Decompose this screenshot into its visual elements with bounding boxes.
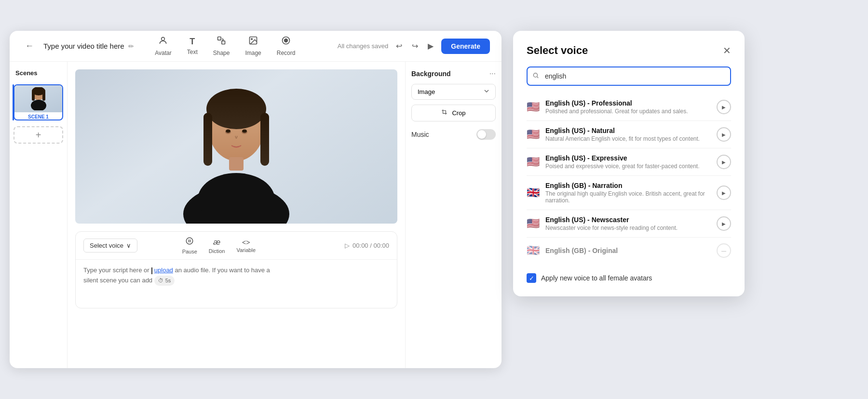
bg-chevron bbox=[484, 88, 489, 95]
flag-us-professional: 🇺🇸 bbox=[527, 101, 540, 113]
flag-us-natural: 🇺🇸 bbox=[527, 128, 540, 141]
record-label: Record bbox=[277, 50, 296, 56]
voice-list: 🇺🇸 English (US) - Professional Polished … bbox=[527, 93, 731, 264]
music-row: Music bbox=[411, 129, 496, 140]
toggle-knob bbox=[477, 130, 486, 139]
apply-label: Apply new voice to all female avatars bbox=[541, 274, 652, 282]
more-button[interactable]: ··· bbox=[489, 69, 496, 78]
svg-rect-9 bbox=[32, 91, 35, 101]
variable-tool[interactable]: <> Variable bbox=[236, 239, 256, 253]
play-icon: ▷ bbox=[345, 242, 350, 249]
voice-desc: Newscaster voice for news-style reading … bbox=[545, 225, 711, 231]
voice-desc: Natural American English voice, fit for … bbox=[545, 135, 711, 142]
canvas-frame bbox=[75, 69, 397, 224]
voice-info: English (GB) - Narration The original hi… bbox=[545, 182, 711, 204]
bg-type-select[interactable]: Image bbox=[411, 84, 496, 100]
add-scene-button[interactable]: + bbox=[14, 126, 63, 144]
voice-info: English (US) - Newscaster Newscaster voi… bbox=[545, 216, 711, 231]
video-title: Type your video title here bbox=[43, 42, 124, 50]
close-voice-panel-button[interactable]: ✕ bbox=[723, 45, 731, 56]
toolbar-center: Avatar T Text Shape bbox=[155, 36, 295, 56]
svg-point-0 bbox=[162, 37, 165, 40]
voice-name: English (US) - Newscaster bbox=[545, 216, 711, 224]
voice-item[interactable]: 🇬🇧 English (GB) - Narration The original… bbox=[527, 176, 731, 210]
diction-icon: æ bbox=[213, 238, 220, 247]
voice-item[interactable]: 🇺🇸 English (US) - Natural Natural Americ… bbox=[527, 121, 731, 148]
record-icon bbox=[281, 36, 291, 48]
canvas-area: Select voice ∨ Pause bbox=[68, 62, 405, 368]
scenes-panel: Scenes bbox=[10, 62, 68, 368]
script-text-silent: silent scene you can add bbox=[83, 277, 152, 284]
editor-panel: ← Type your video title here ✏ Avatar T … bbox=[10, 31, 502, 368]
svg-point-5 bbox=[285, 39, 288, 42]
voice-item[interactable]: 🇺🇸 English (US) - Professional Polished … bbox=[527, 93, 731, 121]
svg-rect-16 bbox=[229, 157, 244, 171]
apply-row: ✓ Apply new voice to all female avatars bbox=[527, 271, 731, 283]
play-voice-button[interactable]: ▶ bbox=[717, 186, 731, 200]
flag-us-newscaster: 🇺🇸 bbox=[527, 217, 540, 230]
preview-button[interactable]: ▶ bbox=[426, 40, 435, 53]
script-text-post: an audio file. If you want to have a bbox=[175, 266, 270, 274]
music-label: Music bbox=[411, 131, 429, 138]
crop-button[interactable]: Crop bbox=[411, 105, 496, 121]
select-voice-button[interactable]: Select voice ∨ bbox=[83, 239, 137, 253]
shape-label: Shape bbox=[213, 50, 230, 56]
voice-info: English (US) - Expressive Poised and exp… bbox=[545, 154, 711, 170]
svg-point-11 bbox=[31, 100, 46, 110]
voice-item-partial[interactable]: 🇬🇧 English (GB) - Original — bbox=[527, 238, 731, 264]
script-panel: Select voice ∨ Pause bbox=[75, 231, 397, 308]
play-voice-button[interactable]: ▶ bbox=[717, 100, 731, 114]
play-voice-button[interactable]: ▶ bbox=[717, 216, 731, 231]
flag-us-expressive: 🇺🇸 bbox=[527, 156, 540, 168]
select-voice-label: Select voice bbox=[90, 242, 123, 249]
voice-search-input[interactable] bbox=[527, 66, 731, 86]
image-icon bbox=[248, 36, 258, 48]
text-label: Text bbox=[187, 49, 198, 55]
play-voice-button[interactable]: ▶ bbox=[717, 127, 731, 142]
upload-link[interactable]: upload bbox=[154, 266, 173, 274]
music-toggle[interactable] bbox=[476, 129, 496, 140]
crop-icon bbox=[441, 109, 448, 117]
toolbar-image[interactable]: Image bbox=[245, 36, 261, 56]
edit-title-icon[interactable]: ✏ bbox=[128, 42, 134, 50]
back-button[interactable]: ← bbox=[21, 39, 38, 53]
voice-item[interactable]: 🇺🇸 English (US) - Newscaster Newscaster … bbox=[527, 210, 731, 238]
undo-button[interactable]: ↩ bbox=[394, 40, 404, 53]
voice-panel-title: Select voice bbox=[527, 44, 588, 57]
check-icon: ✓ bbox=[529, 275, 534, 282]
voice-item[interactable]: 🇺🇸 English (US) - Expressive Poised and … bbox=[527, 148, 731, 176]
play-voice-button[interactable]: ▶ bbox=[717, 155, 731, 169]
voice-name: English (US) - Professional bbox=[545, 99, 711, 107]
voice-name: English (US) - Expressive bbox=[545, 154, 711, 162]
voice-desc: Polished and professional. Great for upd… bbox=[545, 108, 711, 115]
svg-point-21 bbox=[226, 130, 231, 133]
redo-button[interactable]: ↪ bbox=[410, 40, 420, 53]
diction-label: Diction bbox=[209, 248, 225, 254]
apply-checkbox[interactable]: ✓ bbox=[527, 273, 536, 283]
scene-1-thumb[interactable]: SCENE 1 bbox=[14, 84, 63, 120]
svg-point-26 bbox=[533, 73, 537, 77]
background-title: Background bbox=[411, 70, 451, 78]
toolbar-text[interactable]: T Text bbox=[187, 37, 198, 55]
time-value: 00:00 / 00:00 bbox=[353, 242, 389, 249]
generate-button[interactable]: Generate bbox=[441, 39, 490, 54]
pause-icon bbox=[185, 237, 194, 248]
play-voice-button[interactable]: — bbox=[717, 243, 731, 258]
voice-info: English (US) - Professional Polished and… bbox=[545, 99, 711, 115]
script-content[interactable]: Type your script here or upload an audio… bbox=[76, 260, 397, 308]
toolbar-avatar[interactable]: Avatar bbox=[155, 36, 171, 56]
scene-1-label: SCENE 1 bbox=[14, 114, 62, 120]
scenes-title: Scenes bbox=[14, 69, 63, 77]
pause-tool[interactable]: Pause bbox=[182, 237, 197, 254]
diction-tool[interactable]: æ Diction bbox=[209, 238, 225, 254]
toolbar-shape[interactable]: Shape bbox=[213, 36, 230, 56]
pause-label: Pause bbox=[182, 249, 197, 254]
silent-badge: ⏱ 5s bbox=[154, 276, 175, 286]
svg-rect-14 bbox=[203, 113, 212, 166]
voice-desc: The original high quality English voice.… bbox=[545, 190, 711, 204]
svg-rect-15 bbox=[260, 113, 269, 166]
flag-gb-narration: 🇬🇧 bbox=[527, 186, 540, 199]
voice-info: English (GB) - Original bbox=[545, 247, 711, 254]
toolbar-record[interactable]: Record bbox=[277, 36, 296, 56]
script-cursor bbox=[151, 267, 152, 274]
